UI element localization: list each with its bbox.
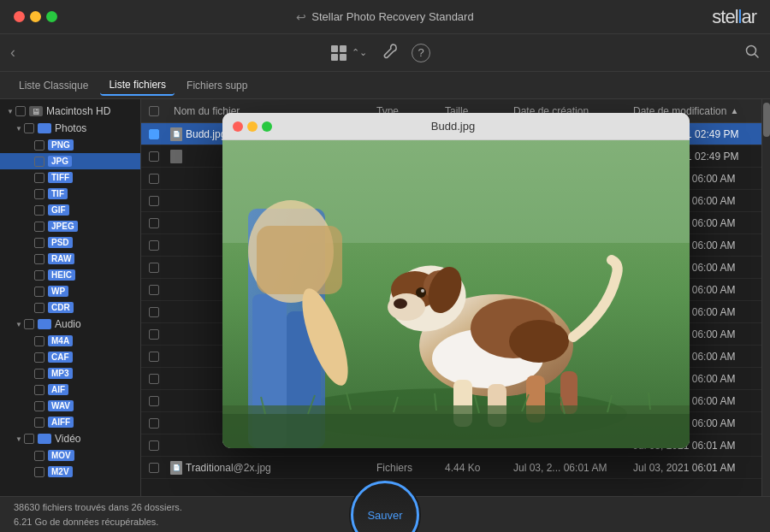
tiff-checkbox[interactable]	[34, 173, 44, 183]
row-checkbox[interactable]	[149, 329, 159, 340]
preview-window[interactable]: Budd.jpg	[222, 113, 690, 448]
sidebar-item-png[interactable]: PNG	[0, 137, 140, 153]
sidebar-item-jpeg[interactable]: JPEG	[0, 218, 140, 234]
video-checkbox[interactable]	[24, 434, 34, 444]
audio-checkbox[interactable]	[24, 319, 34, 329]
aiff-checkbox[interactable]	[34, 417, 44, 428]
m4a-checkbox[interactable]	[34, 336, 44, 346]
row-checkbox[interactable]	[149, 396, 159, 406]
png-checkbox[interactable]	[34, 140, 44, 151]
tab-fichiers-supp[interactable]: Fichiers supp	[178, 76, 256, 95]
sidebar-item-psd[interactable]: PSD	[0, 234, 140, 251]
select-all-checkbox[interactable]	[149, 106, 159, 116]
row-created: Jul 03, 2... 06:01 AM	[513, 462, 633, 474]
row-checkbox[interactable]	[149, 285, 159, 295]
row-checkbox[interactable]	[149, 240, 159, 251]
preview-overlay: Budd.jpg	[141, 99, 770, 496]
sidebar-item-tiff[interactable]: TIFF	[0, 169, 140, 186]
sidebar-item-raw[interactable]: RAW	[0, 251, 140, 267]
photos-checkbox[interactable]	[24, 123, 34, 133]
table-row[interactable]: 📄 Traditional@2x.jpg Fichiers 4.44 Ko Ju…	[141, 457, 770, 479]
preview-image-container	[222, 140, 690, 448]
sidebar-item-mov[interactable]: MOV	[0, 447, 140, 464]
sidebar-item-cdr[interactable]: CDR	[0, 299, 140, 316]
row-checkbox-col	[141, 418, 167, 429]
psd-checkbox[interactable]	[34, 238, 44, 248]
heic-checkbox[interactable]	[34, 270, 44, 281]
tab-liste-fichiers[interactable]: Liste fichiers	[100, 75, 175, 96]
row-checkbox[interactable]	[149, 352, 159, 362]
sidebar-item-video[interactable]: ▼ Vidéo	[0, 430, 140, 447]
row-checkbox[interactable]	[149, 440, 159, 451]
sidebar-item-wp[interactable]: WP	[0, 283, 140, 299]
cdr-tag: CDR	[48, 302, 74, 313]
search-button[interactable]	[744, 44, 760, 62]
tab-liste-classique[interactable]: Liste Classique	[10, 76, 97, 95]
row-checkbox-col	[141, 129, 167, 139]
sidebar-item-tif[interactable]: TIF	[0, 186, 140, 202]
grid-arrow: ⌃⌄	[352, 47, 367, 58]
sidebar-item-photos[interactable]: ▼ Photos	[0, 120, 140, 137]
row-checkbox-col	[141, 218, 167, 228]
triangle-icon: ▼	[5, 106, 15, 116]
heic-tag: HEIC	[48, 269, 75, 281]
row-checkbox[interactable]	[149, 307, 159, 317]
titlebar: ↩ Stellar Photo Recovery Standard stella…	[0, 0, 770, 34]
row-checkbox[interactable]	[149, 129, 159, 139]
row-checkbox[interactable]	[149, 218, 159, 228]
cdr-checkbox[interactable]	[34, 303, 44, 313]
grid-view-button[interactable]: ⌃⌄	[329, 44, 367, 62]
row-checkbox[interactable]	[149, 174, 159, 184]
close-button[interactable]	[14, 11, 25, 22]
wrench-button[interactable]	[381, 43, 398, 63]
row-checkbox-col	[141, 329, 167, 340]
m2v-checkbox[interactable]	[34, 467, 44, 477]
sidebar-item-aif[interactable]: AIF	[0, 381, 140, 398]
logo-dot: l	[738, 6, 742, 27]
caf-checkbox[interactable]	[34, 352, 44, 363]
tif-tag: TIF	[48, 188, 68, 199]
tif-checkbox[interactable]	[34, 189, 44, 199]
sidebar-item-caf[interactable]: CAF	[0, 349, 140, 365]
sidebar-item-wav[interactable]: WAV	[0, 398, 140, 414]
sidebar-item-audio[interactable]: ▼ Audio	[0, 316, 140, 333]
row-checkbox[interactable]	[149, 263, 159, 273]
preview-maximize-button[interactable]	[262, 121, 272, 132]
row-checkbox[interactable]	[149, 151, 159, 162]
row-checkbox[interactable]	[149, 374, 159, 384]
jpg-checkbox[interactable]	[34, 157, 44, 167]
aif-checkbox[interactable]	[34, 385, 44, 395]
sidebar-item-jpg[interactable]: JPG	[0, 153, 140, 169]
raw-tag: RAW	[48, 253, 74, 264]
sidebar: ▼ 🖥 Macintosh HD ▼ Photos PNG JPG	[0, 99, 141, 496]
scrollbar-thumb[interactable]	[763, 103, 770, 137]
raw-checkbox[interactable]	[34, 254, 44, 264]
sidebar-item-gif[interactable]: GIF	[0, 202, 140, 218]
sidebar-item-heic[interactable]: HEIC	[0, 267, 140, 283]
mp3-checkbox[interactable]	[34, 369, 44, 379]
mov-checkbox[interactable]	[34, 451, 44, 461]
help-button[interactable]: ?	[412, 44, 430, 62]
sidebar-item-m4a[interactable]: M4A	[0, 333, 140, 349]
gif-checkbox[interactable]	[34, 205, 44, 216]
toolbar: ‹ ⌃⌄ ?	[0, 34, 770, 72]
preview-minimize-button[interactable]	[247, 121, 258, 132]
jpeg-checkbox[interactable]	[34, 222, 44, 232]
wav-checkbox[interactable]	[34, 401, 44, 411]
macintosh-hd-checkbox[interactable]	[15, 106, 26, 116]
sidebar-item-m2v[interactable]: M2V	[0, 464, 140, 480]
sidebar-item-mp3[interactable]: MP3	[0, 365, 140, 381]
row-checkbox[interactable]	[149, 418, 159, 429]
wp-checkbox[interactable]	[34, 287, 44, 297]
minimize-button[interactable]	[30, 11, 41, 22]
preview-image	[222, 140, 690, 448]
preview-close-button[interactable]	[233, 121, 243, 132]
preview-title: Budd.jpg	[279, 120, 628, 133]
sidebar-item-macintosh-hd[interactable]: ▼ 🖥 Macintosh HD	[0, 103, 140, 120]
sidebar-item-aiff[interactable]: AIFF	[0, 414, 140, 430]
back-button[interactable]: ‹	[10, 44, 15, 62]
row-checkbox[interactable]	[149, 463, 159, 473]
tiff-tag: TIFF	[48, 172, 73, 183]
row-checkbox[interactable]	[149, 196, 159, 206]
maximize-button[interactable]	[46, 11, 57, 22]
